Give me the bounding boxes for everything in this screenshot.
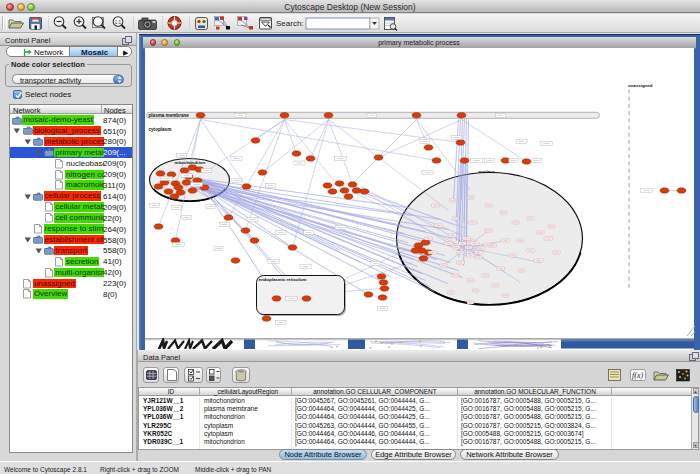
svg-text:1:1: 1:1 (115, 20, 122, 25)
svg-text:cytoplasm: cytoplasm (148, 127, 171, 132)
svg-text:Search:: Search: (276, 19, 304, 28)
svg-text:f(x): f(x) (632, 371, 643, 380)
svg-text:plasma membrane: plasma membrane (148, 113, 189, 118)
svg-text:unassigned: unassigned (628, 83, 653, 88)
svg-text:mitochondrion: mitochondrion (174, 160, 205, 165)
svg-text:endoplasmic reticulum: endoplasmic reticulum (258, 277, 306, 282)
svg-text:nucleus: nucleus (478, 169, 495, 174)
